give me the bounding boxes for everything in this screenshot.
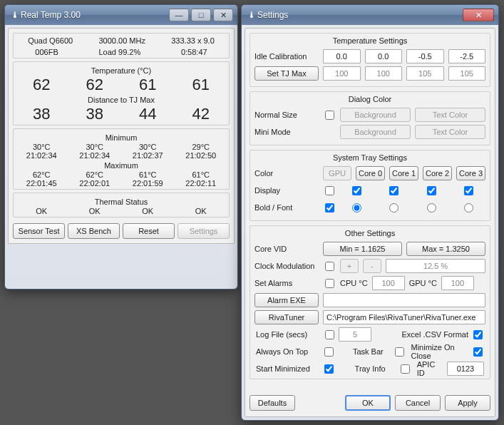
- core1-button[interactable]: Core 1: [389, 166, 418, 180]
- logfile-check[interactable]: [325, 330, 334, 339]
- settings-titlebar[interactable]: 🌡 Settings ✕: [242, 5, 498, 25]
- clockmod-check[interactable]: [325, 262, 334, 271]
- sensor-test-button[interactable]: Sensor Test: [13, 223, 65, 239]
- min-time-1: 21:02:34: [79, 151, 110, 160]
- xs-bench-button[interactable]: XS Bench: [68, 223, 120, 239]
- cpu-vid-code: 006FB: [35, 48, 58, 56]
- temp-core1: 62: [86, 76, 103, 94]
- taskbar-check[interactable]: [395, 347, 404, 357]
- trayinfo-label: Tray Info: [355, 364, 396, 373]
- maximize-button[interactable]: □: [191, 9, 211, 21]
- alarm-cpu-value[interactable]: 100: [372, 276, 405, 290]
- defaults-button[interactable]: Defaults: [250, 395, 295, 411]
- normal-text-button[interactable]: Text Color: [415, 108, 485, 122]
- max-val-0: 62°C: [33, 170, 51, 179]
- mini-bg-button[interactable]: Background: [340, 125, 411, 139]
- setalarm-check[interactable]: [325, 279, 334, 288]
- min-val-3: 29°C: [192, 143, 210, 151]
- main-content: Quad Q6600 3000.00 MHz 333.33 x 9.0 006F…: [8, 28, 235, 244]
- mini-text-button[interactable]: Text Color: [415, 125, 485, 139]
- gpu-c-label: GPU °C: [409, 279, 437, 287]
- minimize-button[interactable]: —: [169, 9, 189, 21]
- normal-size-check[interactable]: [325, 111, 334, 120]
- temp-label: Temperature (°C): [15, 66, 227, 75]
- tj-val-0: 100: [323, 66, 361, 81]
- color-label: Color: [254, 169, 319, 178]
- min-val-2: 30°C: [139, 143, 157, 151]
- alarm-exe-path[interactable]: [323, 293, 485, 307]
- normal-bg-button[interactable]: Background: [340, 108, 411, 122]
- core2-button[interactable]: Core 2: [423, 166, 452, 180]
- display-gpu-check[interactable]: [325, 186, 334, 195]
- uptime: 0:58:47: [181, 48, 207, 56]
- max-val-3: 61°C: [192, 170, 210, 179]
- excel-label: Excel .CSV Format: [401, 330, 468, 339]
- reset-button[interactable]: Reset: [123, 223, 175, 239]
- settings-button[interactable]: Settings: [178, 223, 230, 239]
- minclose-check[interactable]: [473, 347, 483, 357]
- min-time-3: 21:02:50: [185, 151, 216, 160]
- tj-val-3: 105: [448, 66, 486, 81]
- min-label: Minimum: [15, 133, 227, 142]
- display-core3-check[interactable]: [464, 186, 473, 195]
- normal-size-label: Normal Size: [254, 111, 319, 119]
- main-titlebar[interactable]: 🌡 Real Temp 3.00 — □ ✕: [5, 5, 237, 25]
- alarm-gpu-value[interactable]: 100: [441, 276, 474, 290]
- tj-val-2: 105: [406, 66, 444, 81]
- trayinfo-check[interactable]: [401, 364, 410, 374]
- tray-header: System Tray Settings: [254, 153, 485, 162]
- settings-window: 🌡 Settings ✕ Temperature Settings Idle C…: [241, 4, 499, 421]
- corevid-label: Core VID: [254, 245, 319, 253]
- idle-val-1[interactable]: 0.0: [365, 49, 403, 63]
- idle-val-2[interactable]: -0.5: [406, 49, 444, 63]
- vid-min-button[interactable]: Min = 1.1625: [323, 242, 402, 256]
- vid-max-button[interactable]: Max = 1.3250: [406, 242, 485, 256]
- core3-button[interactable]: Core 3: [456, 166, 485, 180]
- bold-check[interactable]: [325, 203, 334, 212]
- alarm-exe-button[interactable]: Alarm EXE: [254, 293, 319, 307]
- clock-plus-button[interactable]: +: [340, 259, 359, 273]
- aot-check[interactable]: [324, 347, 334, 357]
- main-window: 🌡 Real Temp 3.00 — □ ✕ Quad Q6600 3000.0…: [4, 4, 238, 290]
- temp-core0: 62: [33, 76, 50, 94]
- thermal-2: OK: [142, 207, 153, 215]
- bold-core2-radio[interactable]: [427, 203, 436, 212]
- display-core2-check[interactable]: [427, 186, 436, 195]
- other-header: Other Settings: [254, 229, 485, 237]
- display-core0-check[interactable]: [352, 186, 361, 195]
- idle-val-3[interactable]: -2.5: [448, 49, 486, 63]
- main-title: Real Temp 3.00: [21, 10, 167, 20]
- temp-settings-header: Temperature Settings: [254, 36, 485, 45]
- close-button[interactable]: ✕: [213, 9, 233, 21]
- max-time-1: 22:02:01: [79, 179, 110, 188]
- gpu-color-button[interactable]: GPU: [323, 166, 351, 180]
- aot-label: Always On Top: [256, 347, 320, 356]
- temp-core3: 61: [192, 76, 210, 94]
- excel-check[interactable]: [473, 330, 483, 339]
- max-time-3: 22:02:11: [185, 179, 216, 188]
- min-time-2: 21:02:37: [133, 151, 163, 160]
- tj-core1: 38: [86, 105, 103, 123]
- clock-value: 12.5 %: [386, 259, 485, 273]
- bold-core1-radio[interactable]: [389, 203, 398, 212]
- rivatuner-button[interactable]: RivaTuner: [254, 310, 319, 324]
- apply-button[interactable]: Apply: [445, 395, 490, 411]
- logfile-value[interactable]: 5: [339, 327, 371, 342]
- display-core1-check[interactable]: [389, 186, 398, 195]
- idle-val-0[interactable]: 0.0: [323, 49, 361, 63]
- rivatuner-path[interactable]: C:\Program Files\RivaTuner\RivaTuner.exe: [323, 310, 485, 324]
- clock-minus-button[interactable]: -: [363, 259, 381, 273]
- startmin-label: Start Minimized: [256, 364, 320, 373]
- close-button[interactable]: ✕: [463, 9, 494, 21]
- ok-button[interactable]: OK: [345, 395, 391, 411]
- bold-core3-radio[interactable]: [464, 203, 473, 212]
- cpu-freq: 3000.00 MHz: [98, 36, 145, 45]
- core0-button[interactable]: Core 0: [356, 166, 385, 180]
- set-tjmax-button[interactable]: Set TJ Max: [254, 66, 319, 81]
- max-val-1: 62°C: [86, 170, 103, 179]
- thermal-3: OK: [195, 207, 207, 215]
- cancel-button[interactable]: Cancel: [395, 395, 441, 411]
- min-time-0: 21:02:34: [26, 151, 57, 160]
- startmin-check[interactable]: [324, 364, 334, 374]
- bold-core0-radio[interactable]: [352, 203, 361, 212]
